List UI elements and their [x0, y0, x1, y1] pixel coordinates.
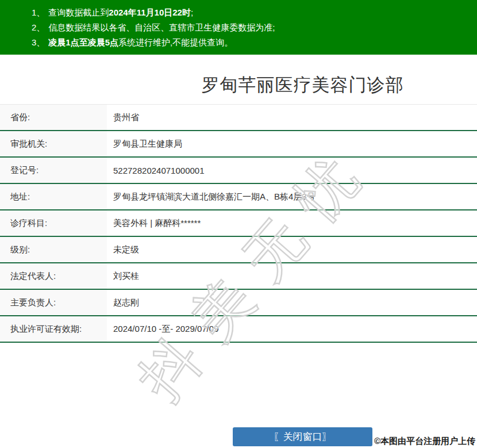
- info-value: 未定级: [107, 237, 477, 262]
- content-area: 罗甸芊丽医疗美容门诊部 省份: 贵州省 审批机关: 罗甸县卫生健康局 登记号: …: [0, 74, 477, 446]
- info-label: 法定代表人:: [0, 263, 107, 289]
- copyright-watermark: ©本图由平台注册用户上传: [374, 436, 475, 447]
- info-value: 美容外科 | 麻醉科******: [107, 210, 477, 236]
- notice-item-text: 系统进行维护,不能提供查询。: [118, 37, 233, 47]
- table-row-legal-representative: 法定代表人: 刘买桂: [0, 263, 477, 290]
- info-label: 诊疗科目:: [0, 210, 107, 236]
- notice-item-1: 1、查询数据截止到2024年11月10日22时;: [32, 5, 471, 20]
- table-row-principal: 主要负责人: 赵志刚: [0, 290, 477, 316]
- info-label: 登记号:: [0, 158, 107, 183]
- info-label: 级别:: [0, 237, 107, 262]
- table-row-level: 级别: 未定级: [0, 237, 477, 263]
- info-label: 地址:: [0, 184, 107, 209]
- info-value: 贵州省: [107, 105, 477, 130]
- info-label: 审批机关:: [0, 131, 107, 156]
- info-label: 主要负责人:: [0, 290, 107, 315]
- notice-item-text: 查询数据截止到: [48, 7, 109, 17]
- info-value: 5227282024071000001: [107, 158, 477, 183]
- notice-item-number: 1、: [32, 7, 45, 17]
- info-label: 省份:: [0, 105, 107, 130]
- notice-item-text: ;: [191, 7, 193, 17]
- notice-item-number: 3、: [32, 37, 45, 47]
- clinic-info-table: 省份: 贵州省 审批机关: 罗甸县卫生健康局 登记号: 522728202407…: [0, 104, 477, 343]
- table-row-registration-number: 登记号: 5227282024071000001: [0, 158, 477, 184]
- notice-item-number: 2、: [32, 22, 45, 32]
- notice-item-3: 3、凌晨1点至凌晨5点系统进行维护,不能提供查询。: [32, 35, 471, 50]
- info-value: 罗甸县卫生健康局: [107, 131, 477, 156]
- table-row-license-validity: 执业许可证有效期: 2024/07/10 -至- 2029/07/09: [0, 316, 477, 343]
- notice-item-text: 信息数据结果以各省、自治区、直辖市卫生健康委数据为准;: [48, 22, 275, 32]
- table-row-province: 省份: 贵州省: [0, 105, 477, 131]
- table-row-departments: 诊疗科目: 美容外科 | 麻醉科******: [0, 210, 477, 237]
- notice-banner: 1、查询数据截止到2024年11月10日22时; 2、信息数据结果以各省、自治区…: [0, 0, 477, 55]
- info-value: 罗甸县龙坪镇湖滨大道北侧徐嘉汇一期A、B栋4层3号: [107, 184, 477, 209]
- notice-item-2: 2、信息数据结果以各省、自治区、直辖市卫生健康委数据为准;: [32, 20, 471, 35]
- info-value: 2024/07/10 -至- 2029/07/09: [107, 316, 477, 342]
- clinic-title: 罗甸芊丽医疗美容门诊部: [0, 74, 477, 97]
- notice-item-bold: 凌晨1点至凌晨5点: [48, 37, 118, 47]
- table-row-approval-authority: 审批机关: 罗甸县卫生健康局: [0, 131, 477, 158]
- info-value: 赵志刚: [107, 290, 477, 315]
- close-window-button[interactable]: 〖关闭窗口〗: [233, 427, 372, 446]
- table-row-address: 地址: 罗甸县龙坪镇湖滨大道北侧徐嘉汇一期A、B栋4层3号: [0, 184, 477, 210]
- info-value: 刘买桂: [107, 263, 477, 289]
- notice-item-bold: 2024年11月10日22时: [109, 7, 191, 17]
- info-label: 执业许可证有效期:: [0, 316, 107, 342]
